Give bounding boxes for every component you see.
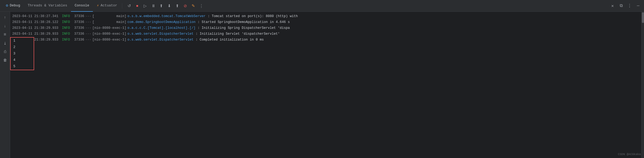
soft-wrap-button[interactable]: ≡ — [1, 31, 9, 38]
scroll-up-button[interactable]: ↑ — [1, 14, 9, 21]
scroll-up-icon: ↑ — [4, 15, 6, 20]
reconnect-icon: ↺ — [128, 3, 131, 8]
more-icon: ⋮ — [199, 3, 203, 8]
soft-wrap-icon: ≡ — [4, 32, 6, 37]
numbered-box: 1 2 3 4 5 — [10, 37, 34, 70]
list-item: 1 — [11, 38, 34, 44]
print-button[interactable]: ⎙ — [1, 48, 9, 56]
tab-debug-label: Debug — [10, 3, 20, 7]
actuator-icon: ⚡ — [97, 3, 99, 8]
stop-icon: ■ — [136, 4, 138, 8]
log-entry: 2023-04-11 21:38:28.122 INFO 37336 --- [… — [10, 19, 641, 25]
mute-icon: ⊘ — [184, 3, 187, 8]
log-entry: 2023-04-11 21:38:29.933 INFO 37336 --- [… — [10, 37, 641, 43]
step-over-button[interactable]: ⬆ — [157, 2, 165, 10]
pause-button[interactable]: ⏸ — [149, 2, 157, 10]
tab-threads[interactable]: Threads & Variables — [24, 0, 71, 12]
list-item: 5 — [11, 63, 34, 70]
pause-icon: ⏸ — [151, 3, 155, 8]
minimize-button[interactable]: — — [634, 2, 642, 10]
resume-icon: ▷ — [144, 3, 147, 8]
options-icon: ⋮ — [627, 3, 632, 9]
list-item: 3 — [11, 50, 34, 57]
scrollbar[interactable] — [641, 12, 644, 158]
tab-bar: ⚙ Debug Threads & Variables Console ⚡ Ac… — [2, 0, 205, 12]
close-icon: ✕ — [611, 3, 614, 9]
reconnect-button[interactable]: ↺ — [125, 2, 133, 10]
scroll-end-icon: ⤓ — [3, 41, 7, 46]
action-buttons: ↺ ■ ▷ ⏸ ⬆ ⬇ ⬆ ⊘ ✎ — [125, 2, 205, 10]
tab-threads-label: Threads & Variables — [27, 3, 67, 7]
tab-console-label: Console — [75, 3, 89, 7]
restore-icon: ⧉ — [620, 3, 623, 8]
log-entry: 2023-04-11 21:38:29.933 INFO 37336 --- [… — [10, 25, 641, 31]
tab-console[interactable]: Console — [71, 0, 93, 12]
tab-debug[interactable]: ⚙ Debug — [2, 0, 24, 12]
list-item: 2 — [11, 44, 34, 50]
step-out-button[interactable]: ⬆ — [173, 2, 181, 10]
scroll-down-button[interactable]: ↓ — [1, 22, 9, 30]
tab-actuator-label: Actuator — [101, 3, 117, 7]
window-controls: ✕ ⧉ ⋮ — — [609, 2, 642, 10]
main-area: ↑ ↓ ≡ ⤓ ⎙ 🗑 2023-04-11 21:38:27.341 INFO… — [0, 12, 644, 158]
more-button[interactable]: ⋮ — [197, 2, 205, 10]
step-out-icon: ⬆ — [176, 3, 179, 8]
log-panel[interactable]: 2023-04-11 21:38:27.341 INFO 37336 --- [… — [10, 12, 641, 158]
clear-log-button[interactable]: 🗑 — [1, 57, 9, 64]
list-item: 4 — [11, 57, 34, 63]
edit-button[interactable]: ✎ — [189, 2, 197, 10]
scrollbar-thumb[interactable] — [642, 12, 644, 23]
scroll-end-button[interactable]: ⤓ — [1, 40, 9, 47]
close-button[interactable]: ✕ — [609, 2, 616, 10]
print-icon: ⎙ — [4, 50, 6, 54]
debug-icon: ⚙ — [6, 3, 8, 8]
options-button[interactable]: ⋮ — [626, 2, 633, 10]
trash-icon: 🗑 — [3, 58, 7, 62]
content-area: 2023-04-11 21:38:27.341 INFO 37336 --- [… — [10, 12, 644, 158]
minimize-icon: — — [637, 3, 639, 8]
watermark: CSDN @ACGkaka — [618, 153, 641, 156]
step-into-icon: ⬇ — [168, 3, 171, 8]
side-panel: ↑ ↓ ≡ ⤓ ⎙ 🗑 — [0, 12, 10, 158]
toolbar: ⚙ Debug Threads & Variables Console ⚡ Ac… — [0, 0, 644, 12]
edit-icon: ✎ — [192, 3, 195, 8]
mute-button[interactable]: ⊘ — [181, 2, 189, 10]
scroll-down-icon: ↓ — [4, 24, 6, 28]
step-over-icon: ⬆ — [160, 3, 163, 8]
resume-button[interactable]: ▷ — [141, 2, 149, 10]
log-entry: 2023-04-11 21:38:27.341 INFO 37336 --- [… — [10, 13, 641, 19]
stop-button[interactable]: ■ — [133, 2, 141, 10]
separator — [122, 3, 122, 9]
watermark-text: CSDN @ACGkaka — [618, 153, 641, 156]
log-entry: 2023-04-11 21:38:29.933 INFO 37336 --- [… — [10, 31, 641, 37]
step-into-button[interactable]: ⬇ — [165, 2, 173, 10]
tab-actuator[interactable]: ⚡ Actuator — [93, 0, 121, 12]
restore-button[interactable]: ⧉ — [617, 2, 625, 10]
